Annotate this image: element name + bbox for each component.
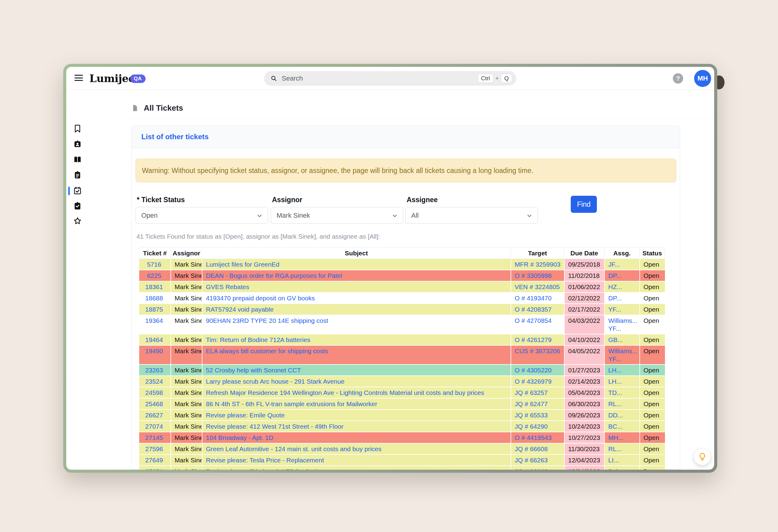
sidebar-item-approvals[interactable]: [73, 201, 83, 211]
hint-button[interactable]: [694, 449, 710, 465]
menu-button[interactable]: [74, 75, 84, 82]
ticket-link[interactable]: 25468: [145, 400, 163, 407]
target-link[interactable]: O # 3305998: [515, 272, 552, 279]
target-link[interactable]: CUS # 3873206: [515, 348, 560, 355]
target-link[interactable]: O # 4261279: [515, 336, 552, 343]
ticket-link[interactable]: 18688: [145, 295, 163, 302]
subject-link[interactable]: 90EHAN 23RD TYPE 20 14E shipping cost: [206, 317, 328, 324]
status-cell: Open: [640, 315, 665, 334]
find-button[interactable]: Find: [571, 196, 597, 213]
ticket-link[interactable]: 6225: [147, 272, 161, 279]
ticket-link[interactable]: 27649: [145, 457, 163, 464]
assignee-link[interactable]: RL...: [608, 445, 622, 452]
assignee-link[interactable]: DP...: [608, 295, 622, 302]
ticket-status-select[interactable]: Open: [136, 207, 268, 224]
target-link[interactable]: JQ # 64290: [515, 423, 548, 430]
assignee-link[interactable]: LH...: [608, 367, 622, 374]
avatar[interactable]: MH: [694, 70, 711, 87]
subject-link[interactable]: Refresh Major Residence 194 Wellington A…: [206, 389, 484, 396]
ticket-link[interactable]: 23524: [145, 378, 163, 385]
assignee-link[interactable]: LI...: [608, 457, 619, 464]
target-link[interactable]: O # 4326979: [515, 378, 552, 385]
sidebar-item-bookmarks[interactable]: [73, 124, 83, 134]
target-link[interactable]: JQ # 62477: [515, 400, 548, 407]
subject-link[interactable]: Revise please: Emile Quote: [206, 411, 285, 419]
table-row: 27145Mark Sinek104 Broadway - Apt. 1DO #…: [139, 432, 665, 443]
assignee-link[interactable]: Williams...: [608, 317, 638, 324]
target-link[interactable]: VEN # 3224805: [515, 283, 560, 290]
subject-link[interactable]: 86 N 4th ST - 6th FL V-tran sample extru…: [206, 400, 378, 407]
assignee-link[interactable]: TD...: [608, 389, 622, 396]
assignee-link[interactable]: YF...: [608, 355, 621, 362]
subject-link[interactable]: Lumiject files for GreenEd: [206, 261, 280, 268]
subject-link[interactable]: 4193470 prepaid deposit on GV books: [206, 295, 315, 302]
target-link[interactable]: JQ # 66063: [515, 468, 548, 470]
subject-link[interactable]: Revise please: 412 West 71st Street - 49…: [206, 423, 344, 430]
ticket-link[interactable]: 23263: [145, 367, 163, 374]
search-bar[interactable]: Ctrl + Q: [264, 71, 516, 86]
subject-link[interactable]: GVES Rebates: [206, 283, 249, 290]
assignee-link[interactable]: GB...: [608, 336, 623, 343]
sidebar-item-library[interactable]: [73, 155, 83, 165]
ticket-link[interactable]: 19490: [145, 348, 163, 355]
target-link[interactable]: O # 4208357: [515, 306, 552, 313]
subject-link[interactable]: RAT57924 void payable: [206, 306, 274, 313]
sidebar-item-contacts[interactable]: [73, 139, 83, 149]
target-link[interactable]: JQ # 66608: [515, 445, 548, 452]
subject-link[interactable]: Revise please: Erin beach LED for Steinw…: [206, 468, 331, 470]
subject-link[interactable]: 52 Crosby help with Soronet CCT: [206, 367, 301, 374]
assignee-select[interactable]: All: [405, 207, 538, 224]
assignee-link[interactable]: HZ...: [608, 283, 622, 290]
target-link[interactable]: O # 4419543: [515, 434, 552, 441]
assignee-link[interactable]: RL...: [608, 400, 622, 407]
assignee-cell: MH...: [605, 432, 640, 443]
assignee-link[interactable]: BC...: [608, 423, 623, 430]
assignee-link[interactable]: MH...: [608, 434, 624, 441]
target-link[interactable]: JQ # 65533: [515, 411, 548, 419]
status-cell: Open: [640, 365, 665, 376]
table-row: 27649Mark SinekRevise please: Tesla Pric…: [139, 454, 665, 466]
assignee-link[interactable]: YF...: [608, 325, 621, 332]
assignee-link[interactable]: Boka...: [608, 468, 628, 470]
ticket-link[interactable]: 18875: [145, 306, 163, 313]
ticket-link[interactable]: 19364: [145, 317, 163, 324]
sidebar-item-notes[interactable]: [73, 170, 83, 180]
assignee-link[interactable]: Williams...: [608, 348, 638, 355]
subject-link[interactable]: Green Leaf Automitive - 124 main st. uni…: [206, 445, 382, 452]
ticket-link[interactable]: 27596: [145, 445, 163, 452]
help-button[interactable]: ?: [673, 73, 683, 84]
search-input[interactable]: [282, 71, 446, 86]
ctrl-key: Ctrl: [478, 74, 493, 83]
assignee-link[interactable]: DD...: [608, 411, 623, 419]
ticket-link[interactable]: 19464: [145, 336, 163, 343]
subject-link[interactable]: Tim: Return of Bodine 712A batteries: [206, 336, 311, 343]
assignee-link[interactable]: JF...: [608, 261, 620, 268]
assignee-link[interactable]: YF...: [608, 306, 621, 313]
ticket-link[interactable]: 24598: [145, 389, 163, 396]
subject-link[interactable]: ELA always bill customer for shipping co…: [206, 348, 328, 355]
target-link[interactable]: O # 4305220: [515, 367, 552, 374]
ticket-link[interactable]: 27074: [145, 423, 163, 430]
subject-link[interactable]: Larry please scrub Arc house - 291 Stark…: [206, 378, 344, 385]
ticket-link[interactable]: 5716: [147, 261, 161, 268]
table-row: 26627Mark SinekRevise please: Emile Quot…: [139, 409, 665, 421]
target-link[interactable]: O # 4270854: [515, 317, 552, 324]
subject-link[interactable]: 104 Broadway - Apt. 1D: [206, 434, 274, 441]
app-header: Lumiject QA Ctrl + Q ? MH: [66, 67, 714, 90]
ticket-link[interactable]: 26627: [145, 411, 163, 419]
subject-link[interactable]: DEAN - Bogus order for RGA purposes for …: [206, 272, 342, 279]
target-link[interactable]: O # 4193470: [515, 295, 552, 302]
assignee-link[interactable]: LH...: [608, 378, 622, 385]
ticket-link[interactable]: 27651: [145, 468, 163, 470]
subject-link[interactable]: Revise please: Tesla Price - Replacement: [206, 457, 324, 464]
sidebar-item-favorites[interactable]: [73, 216, 83, 226]
ticket-link[interactable]: 18361: [145, 283, 163, 290]
assignee-link[interactable]: DP...: [608, 272, 622, 279]
sidebar-item-tickets[interactable]: [73, 186, 83, 196]
target-link[interactable]: JQ # 66263: [515, 457, 548, 464]
target-link[interactable]: JQ # 63257: [515, 389, 548, 396]
results-summary: 41 Tickets Found for status as [Open], a…: [137, 233, 380, 240]
ticket-link[interactable]: 27145: [145, 434, 163, 441]
target-link[interactable]: MFR # 3259903: [515, 261, 561, 268]
assignor-select[interactable]: Mark Sinek: [271, 207, 403, 224]
